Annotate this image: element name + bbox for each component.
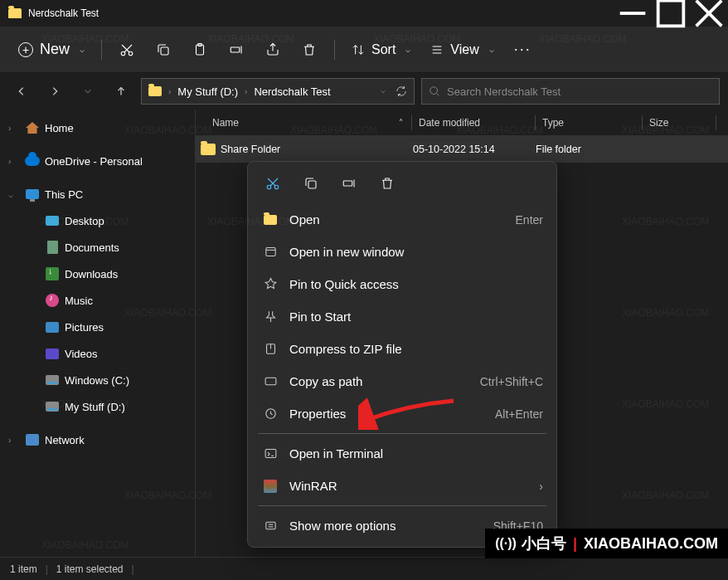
recent-button[interactable] [75, 78, 101, 105]
folder-icon [148, 86, 162, 96]
delete-button[interactable] [293, 33, 326, 66]
nav-drive-d[interactable]: My Stuff (D:) [0, 393, 195, 420]
nav-thispc[interactable]: ⌵This PC [0, 181, 195, 207]
folder-open-icon [261, 211, 279, 229]
chevron-right-icon: › [8, 124, 20, 133]
separator [101, 40, 102, 60]
minimize-button[interactable] [614, 0, 652, 27]
new-label: New [40, 41, 70, 58]
view-button[interactable]: View ⌵ [422, 42, 502, 57]
watermark-badge: ((·)) 小白号 | XIAOBAIHAO.COM [485, 529, 728, 558]
view-label: View [450, 42, 478, 57]
sort-label: Sort [371, 42, 396, 57]
search-placeholder: Search Nerdschalk Test [447, 85, 561, 98]
menu-divider [258, 433, 546, 434]
more-button[interactable]: ··· [506, 41, 540, 58]
nav-desktop[interactable]: Desktop [0, 207, 195, 234]
drive-icon [46, 375, 59, 385]
pictures-icon [46, 322, 59, 333]
pc-icon [26, 189, 39, 199]
status-bar: 1 item | 1 item selected | [0, 557, 728, 580]
up-button[interactable] [108, 78, 134, 105]
refresh-icon[interactable] [396, 85, 407, 97]
back-button[interactable] [8, 78, 35, 105]
ctx-open-new-window[interactable]: Open in new window [253, 236, 551, 268]
forward-button[interactable] [41, 78, 68, 105]
breadcrumb-item[interactable]: My Stuff (D:) [177, 85, 238, 98]
ctx-cut-button[interactable] [261, 172, 284, 195]
ctx-terminal[interactable]: Open in Terminal [253, 437, 551, 470]
sort-asc-icon: ˄ [399, 118, 403, 127]
cloud-icon [25, 156, 40, 166]
navigation-pane: ›Home ›OneDrive - Personal ⌵This PC Desk… [0, 110, 195, 557]
nav-network[interactable]: ›Network [0, 426, 195, 453]
column-type[interactable]: Type [542, 117, 642, 129]
chevron-down-icon: ⌵ [489, 45, 494, 54]
menu-divider [258, 505, 546, 506]
ctx-pin-start[interactable]: Pin to Start [253, 300, 551, 333]
svg-line-21 [437, 94, 439, 96]
svg-rect-27 [343, 181, 352, 186]
pin-icon [261, 275, 279, 294]
svg-rect-8 [161, 47, 168, 55]
documents-icon [47, 241, 58, 254]
rename-button[interactable] [220, 33, 253, 66]
chevron-right-icon: › [168, 87, 171, 96]
sort-button[interactable]: Sort ⌵ [343, 42, 419, 57]
ctx-delete-button[interactable] [376, 172, 399, 195]
breadcrumb-item[interactable]: Nerdschalk Test [254, 85, 330, 98]
ctx-pin-quick[interactable]: Pin to Quick access [253, 268, 551, 300]
column-name[interactable]: Name˄ [196, 117, 411, 129]
svg-rect-29 [265, 248, 274, 256]
drive-icon [46, 402, 59, 412]
svg-rect-11 [231, 47, 240, 52]
nav-home[interactable]: ›Home [0, 115, 195, 141]
chevron-right-icon: › [245, 87, 247, 96]
new-button[interactable]: + New ⌵ [10, 36, 93, 63]
cut-button[interactable] [110, 33, 143, 66]
item-count: 1 item [10, 563, 37, 575]
nav-videos[interactable]: Videos [0, 340, 195, 367]
ctx-copy-button[interactable] [299, 172, 323, 195]
ctx-rename-button[interactable] [337, 172, 361, 195]
ctx-copy-path[interactable]: Copy as path Ctrl+Shift+C [253, 365, 551, 397]
column-size[interactable]: Size [649, 117, 716, 129]
address-field[interactable]: › My Stuff (D:) › Nerdschalk Test ⌵ [141, 78, 415, 105]
folder-icon [201, 144, 216, 155]
ctx-winrar[interactable]: WinRAR › [253, 470, 551, 502]
network-icon [26, 434, 39, 446]
folder-icon [8, 8, 22, 18]
selection-count: 1 item selected [56, 563, 124, 575]
desktop-icon [46, 216, 59, 226]
share-button[interactable] [256, 33, 289, 66]
copy-button[interactable] [147, 33, 180, 66]
svg-point-20 [430, 87, 438, 95]
maximize-button[interactable] [652, 0, 690, 27]
window-title: Nerdschalk Test [28, 7, 99, 19]
chevron-down-icon[interactable]: ⌵ [381, 85, 386, 97]
search-input[interactable]: Search Nerdschalk Test [421, 78, 720, 105]
close-button[interactable] [690, 0, 728, 27]
paste-button[interactable] [183, 33, 216, 66]
terminal-icon [261, 445, 279, 463]
nav-pictures[interactable]: Pictures [0, 314, 195, 340]
file-row[interactable]: Share Folder 05-10-2022 15:14 File folde… [196, 136, 728, 163]
address-bar: › My Stuff (D:) › Nerdschalk Test ⌵ Sear… [0, 73, 728, 110]
titlebar: Nerdschalk Test [0, 0, 728, 27]
chevron-down-icon: ⌵ [80, 45, 85, 54]
nav-drive-c[interactable]: Windows (C:) [0, 367, 195, 393]
nav-downloads[interactable]: Downloads [0, 261, 195, 287]
nav-documents[interactable]: Documents [0, 234, 195, 261]
music-icon [46, 294, 59, 307]
column-date[interactable]: Date modified [419, 117, 535, 129]
nav-onedrive[interactable]: ›OneDrive - Personal [0, 148, 195, 174]
ctx-open[interactable]: Open Enter [253, 203, 551, 236]
videos-icon [46, 348, 59, 359]
plus-icon: + [18, 42, 33, 57]
ctx-properties[interactable]: Properties Alt+Enter [253, 397, 551, 430]
svg-rect-26 [308, 181, 316, 188]
nav-music[interactable]: Music [0, 287, 195, 314]
ctx-compress-zip[interactable]: Compress to ZIP file [253, 333, 551, 365]
downloads-icon [46, 267, 59, 280]
search-icon [429, 85, 440, 97]
